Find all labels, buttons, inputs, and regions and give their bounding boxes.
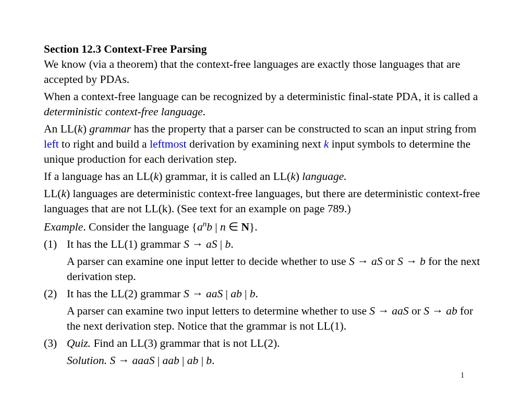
var-aaS: aaS — [392, 305, 408, 317]
var-a: a — [197, 221, 203, 233]
text: If a language has an LL( — [44, 170, 154, 183]
text: LL( — [44, 187, 61, 200]
var-n: n — [220, 221, 226, 233]
paragraph-llk-grammar: An LL(k) grammar has the property that a… — [44, 122, 489, 167]
text: derivation by examining next — [187, 138, 324, 150]
text: to right and build a — [59, 138, 150, 150]
text: A parser can examine two input letters t… — [67, 305, 369, 317]
page-number: 1 — [461, 371, 464, 380]
arrow: → — [403, 255, 420, 268]
list-item-1-sub: A parser can examine one input letter to… — [67, 254, 489, 284]
list-item-3-sub: Solution. S → aaaS | aab | ab | b. — [67, 353, 489, 368]
list-body: It has the LL(2) grammar S → aaS | ab | … — [67, 286, 489, 301]
text: or — [409, 305, 424, 317]
text: has the property that a parser can be co… — [131, 123, 476, 135]
var-S: S — [424, 305, 429, 317]
text: . — [256, 287, 258, 300]
var-b: b — [420, 255, 426, 268]
text: It has the LL(1) grammar — [67, 238, 184, 250]
text: ) — [296, 170, 303, 183]
term-grammar: grammar — [89, 123, 131, 135]
var-k: k — [78, 123, 83, 135]
text: A parser can examine one input letter to… — [67, 255, 349, 268]
text: Find an LL(3) grammar that is not LL(2). — [91, 337, 280, 349]
text: ) — [83, 123, 90, 135]
text: . Consider the language { — [83, 221, 197, 233]
page-content: Section 12.3 Context-Free Parsing We kno… — [0, 0, 532, 368]
var-k: k — [154, 170, 159, 183]
term-language: language. — [302, 170, 346, 183]
list-item-3: (3) Quiz. Find an LL(3) grammar that is … — [44, 336, 489, 351]
var-aaaS: aaaS — [132, 354, 154, 367]
var-S: S — [397, 255, 403, 268]
label-solution: Solution. — [67, 354, 107, 367]
var-k: k — [61, 187, 66, 200]
var-ab: ab — [231, 287, 242, 300]
var-ab: ab — [187, 354, 199, 367]
text: . — [231, 238, 233, 250]
list-number: (1) — [44, 237, 67, 252]
var-aS: aS — [371, 255, 383, 268]
var-aaS: aaS — [206, 287, 223, 300]
list-item-1: (1) It has the LL(1) grammar S → aS | b. — [44, 237, 489, 252]
text: When a context-free language can be reco… — [44, 90, 478, 103]
text: or — [382, 255, 397, 268]
section-heading: Section 12.3 Context-Free Parsing — [44, 42, 489, 57]
term-deterministic: deterministic context-free language. — [44, 105, 205, 118]
var-S: S — [369, 305, 375, 317]
arrow: → — [355, 255, 371, 268]
var-S: S — [107, 354, 115, 367]
arrow: → — [375, 305, 392, 317]
var-ab: ab — [446, 305, 457, 317]
text: | — [154, 354, 162, 367]
paragraph-llk-language: If a language has an LL(k) grammar, it i… — [44, 169, 489, 184]
var-S: S — [184, 287, 189, 300]
text: | — [223, 287, 231, 300]
paragraph-intro: We know (via a theorem) that the context… — [44, 57, 489, 87]
arrow: → — [189, 238, 206, 250]
list-number: (2) — [44, 286, 67, 301]
text: . — [212, 354, 214, 367]
arrow: → — [115, 354, 132, 367]
text: | — [242, 287, 250, 300]
label-example: Example — [44, 221, 83, 233]
paragraph-example: Example. Consider the language {anb | n … — [44, 219, 489, 235]
highlight-leftmost: leftmost — [150, 138, 186, 150]
list-number: (3) — [44, 336, 67, 351]
var-aS: aS — [206, 238, 217, 250]
text: | — [217, 238, 225, 250]
text: An LL( — [44, 123, 78, 135]
arrow: → — [429, 305, 446, 317]
text: | — [179, 354, 187, 367]
list-item-2-sub: A parser can examine two input letters t… — [67, 304, 489, 334]
arrow: → — [189, 287, 206, 300]
list-body: It has the LL(1) grammar S → aS | b. — [67, 237, 489, 252]
var-b: b — [225, 238, 231, 250]
label-quiz: Quiz. — [67, 337, 91, 349]
list-body: Quiz. Find an LL(3) grammar that is not … — [67, 336, 489, 351]
text: }. — [249, 221, 258, 233]
var-S: S — [184, 238, 189, 250]
text: ) grammar, it is called an LL( — [159, 170, 291, 183]
highlight-left: left — [44, 138, 59, 150]
highlight-k: k — [324, 138, 329, 150]
paragraph-deterministic: When a context-free language can be reco… — [44, 89, 489, 119]
paragraph-llk-note: LL(k) languages are deterministic contex… — [44, 186, 489, 216]
var-b: b — [206, 354, 212, 367]
text: It has the LL(2) grammar — [67, 287, 184, 300]
text: ) languages are deterministic context-fr… — [44, 187, 480, 215]
text: | — [212, 221, 220, 233]
text: ∈ — [226, 221, 241, 233]
var-aab: aab — [162, 354, 179, 367]
set-N: N — [241, 221, 250, 233]
var-b: b — [250, 287, 256, 300]
text: | — [198, 354, 206, 367]
list-item-2: (2) It has the LL(2) grammar S → aaS | a… — [44, 286, 489, 301]
var-b: b — [207, 221, 212, 233]
var-k: k — [291, 170, 296, 183]
var-S: S — [349, 255, 355, 268]
